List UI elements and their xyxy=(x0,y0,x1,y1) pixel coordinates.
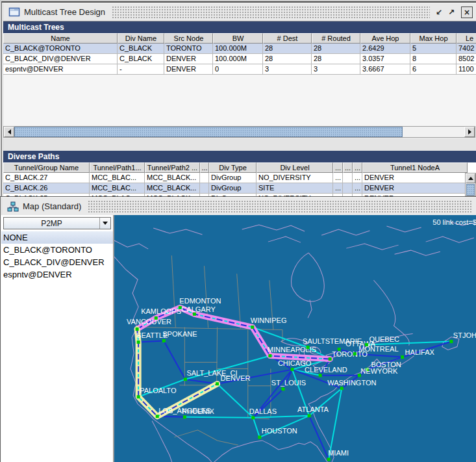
cell: 28 xyxy=(263,54,312,64)
tree-list-item[interactable]: NONE xyxy=(1,231,113,244)
map-node-OTTAWA[interactable] xyxy=(338,348,341,351)
column-header[interactable]: Tunnel/Path1... xyxy=(90,162,145,173)
frame2-title: Map (Standard) xyxy=(23,201,88,211)
frame1-titlebar[interactable]: Multicast Tree Design ↙ ↗ × xyxy=(3,3,476,21)
column-header[interactable]: Src Node xyxy=(164,33,213,44)
map-node-SEATTLE[interactable] xyxy=(137,340,140,344)
frame2-titlebar[interactable]: Map (Standard) xyxy=(2,198,476,216)
tree-list-item[interactable]: C_BLACK_DIV@DENVER xyxy=(1,256,113,268)
cell: 28 xyxy=(263,44,312,54)
map-node-PALOALTO[interactable] xyxy=(137,395,140,398)
column-header[interactable]: Div Type xyxy=(209,162,257,173)
column-header[interactable]: ... xyxy=(343,162,353,173)
table-row[interactable]: C_BLACK.26MCC_BLAC...MCC_BLACK...DivGrou… xyxy=(3,183,476,194)
map-node-label: EDMONTON xyxy=(179,297,221,305)
p2mp-dropdown-label: P2MP xyxy=(4,219,99,228)
column-header[interactable]: Div Name xyxy=(118,33,164,44)
scroll-left-button[interactable] xyxy=(4,127,14,137)
map-node-label: MIAMI xyxy=(328,449,349,457)
column-header[interactable]: # Routed xyxy=(312,33,360,44)
map-node-label: VANCOUVER xyxy=(127,318,171,326)
cell: MCC_BLAC... xyxy=(90,183,145,194)
cell: 3.0357 xyxy=(360,54,410,64)
cell: ... xyxy=(353,173,362,183)
column-header[interactable]: Max Hop xyxy=(410,33,457,44)
cell: NO_DIVERSITY xyxy=(257,173,333,183)
map-node-label: WASHINGTON xyxy=(327,379,376,387)
p2mp-dropdown[interactable]: P2MP xyxy=(3,217,111,229)
map-node-KAMLOOPS[interactable] xyxy=(155,316,158,320)
map-node-QUEBEC[interactable] xyxy=(365,343,368,346)
map-node-SAULTSTEMARIE[interactable] xyxy=(307,346,310,349)
map-node-PHOENIX[interactable] xyxy=(183,415,186,418)
table-row[interactable]: C_BLACK.27MCC_BLAC...MCC_BLACK...DivGrou… xyxy=(3,173,476,183)
cell: C_BLACK xyxy=(118,54,164,64)
column-header[interactable]: Tunnel1 NodeA xyxy=(362,162,468,173)
tree-list-item[interactable]: espntv@DENVER xyxy=(1,268,113,281)
map-node-HALIFAX[interactable] xyxy=(401,355,404,359)
horizontal-scroll-thumb[interactable] xyxy=(14,127,403,137)
column-header[interactable]: Tunnel/Group Name xyxy=(3,162,90,173)
cell: MCC_BLACK... xyxy=(145,183,200,194)
cell: SITE xyxy=(257,183,333,194)
map-node-STJOHNS[interactable] xyxy=(449,340,453,343)
minimize-button[interactable]: ↙ xyxy=(434,7,444,18)
tree-list-item[interactable]: C_BLACK@TORONTO xyxy=(1,244,113,256)
map-node-SPOKANE[interactable] xyxy=(162,339,166,342)
map-node-TORONTO[interactable] xyxy=(329,357,332,361)
map-node-label: WINNIPEG xyxy=(251,316,287,324)
map-node-WINNIPEG[interactable] xyxy=(251,326,254,329)
map-node-ATLANTA[interactable] xyxy=(308,414,311,417)
cell: DivGroup xyxy=(209,173,257,183)
map-node-HOUSTON[interactable] xyxy=(258,435,261,439)
map-node-label: SPOKANE xyxy=(162,330,197,338)
map-node-CLEVELAND[interactable] xyxy=(319,374,322,377)
map-node-VANCOUVER[interactable] xyxy=(136,327,139,331)
map-node-WASHINGTON[interactable] xyxy=(340,387,344,390)
map-node-CHICAGO[interactable] xyxy=(290,368,294,371)
cell: MCC_BLACK... xyxy=(145,173,200,183)
column-header[interactable]: Div Level xyxy=(257,162,333,173)
column-header[interactable]: BW xyxy=(213,33,263,44)
window-icon xyxy=(8,7,20,18)
titlebar-texture xyxy=(88,200,473,212)
close-button[interactable]: × xyxy=(461,6,473,18)
cell: 6 xyxy=(410,64,457,75)
maximize-button[interactable]: ↗ xyxy=(446,7,457,18)
column-header[interactable]: Ave Hop xyxy=(360,33,410,44)
map-node-DENVER[interactable] xyxy=(216,382,219,385)
cell: 2.6429 xyxy=(360,44,410,54)
map-node-MINNEAPOLIS[interactable] xyxy=(268,354,271,357)
cell: C_BLACK.27 xyxy=(3,173,90,183)
splitpane-gap xyxy=(3,138,476,151)
column-header[interactable]: Le xyxy=(457,33,476,44)
table-row[interactable]: C_BLACK_DIV@DENVERC_BLACKDENVER100.000M2… xyxy=(3,54,476,64)
multicast-horizontal-scrollbar[interactable] xyxy=(3,126,475,138)
map-node-MIAMI[interactable] xyxy=(327,457,331,461)
column-header[interactable]: Name xyxy=(3,33,118,44)
table-row[interactable]: C_BLACK@TORONTOC_BLACKTORONTO100.000M282… xyxy=(3,44,476,54)
table-row[interactable]: espntv@DENVER-DENVER0333.666761100 xyxy=(3,64,476,75)
map-node-SALT_LAKE_CI[interactable] xyxy=(184,378,187,381)
map-node-ST_LOUIS[interactable] xyxy=(281,387,284,391)
diverse-paths-header: Diverse Paths xyxy=(3,151,476,162)
map-node-label: KAMLOOPS xyxy=(141,307,181,315)
column-header[interactable]: ... xyxy=(333,162,343,173)
scroll-up-button[interactable] xyxy=(466,173,475,183)
map-node-LOS_ANGELES[interactable] xyxy=(156,415,159,418)
column-header[interactable]: Tunnel/Path2 ... xyxy=(145,162,200,173)
column-header[interactable]: ... xyxy=(200,162,209,173)
cell: 28 xyxy=(312,44,360,54)
column-header[interactable]: ... xyxy=(353,162,362,173)
scroll-right-button[interactable] xyxy=(464,127,475,137)
map-canvas[interactable]: VANCOUVERSEATTLEKAMLOOPSEDMONTONCALGARYS… xyxy=(114,215,476,462)
vertical-scroll-thumb[interactable] xyxy=(466,184,475,196)
map-node-MONTREAL[interactable] xyxy=(353,352,357,355)
multicast-trees-header: Multicast Trees xyxy=(3,21,476,33)
map-node-label: ATLANTA xyxy=(297,405,329,413)
horizontal-scroll-track[interactable] xyxy=(403,127,464,137)
column-header[interactable]: # Dest xyxy=(263,33,312,44)
cell: 5 xyxy=(410,44,457,54)
diverse-vertical-scrollbar[interactable] xyxy=(465,173,476,196)
map-node-DALLAS[interactable] xyxy=(251,416,255,419)
